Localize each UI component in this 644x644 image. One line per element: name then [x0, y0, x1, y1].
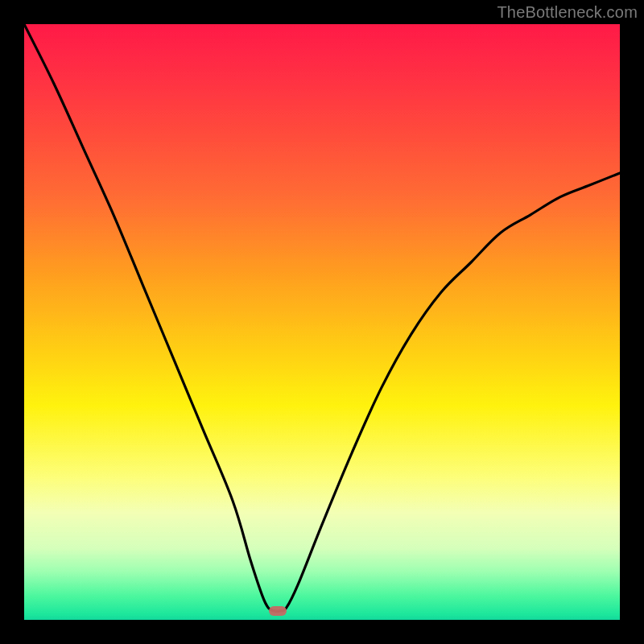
plot-area — [24, 24, 620, 620]
bottleneck-curve — [24, 24, 620, 620]
optimal-point-marker — [269, 606, 287, 616]
watermark-text: TheBottleneck.com — [497, 3, 638, 22]
chart-frame: TheBottleneck.com — [0, 0, 644, 644]
